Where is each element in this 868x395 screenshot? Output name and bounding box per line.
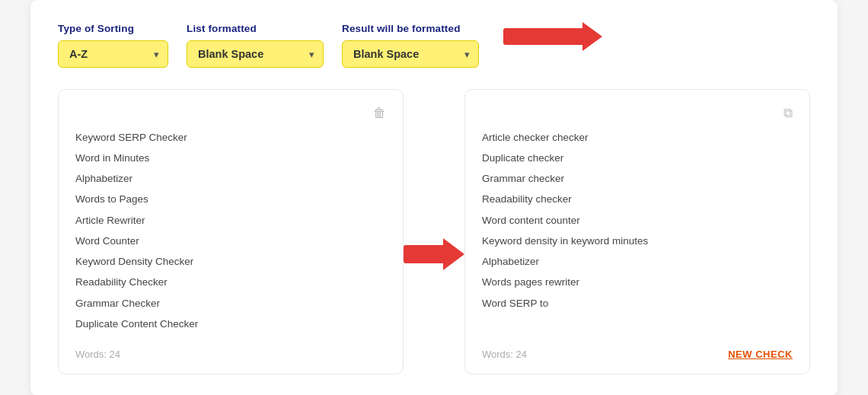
- main-container: Type of Sorting A-ZZ-ARandom ▾ List form…: [30, 0, 838, 395]
- list-item: Keyword SERP Checker: [75, 127, 386, 148]
- list-item: Duplicate checker: [482, 148, 793, 168]
- left-panel-header: 🗑: [75, 107, 386, 119]
- left-panel-items: Keyword SERP CheckerWord in MinutesAlpha…: [75, 127, 386, 335]
- left-panel: 🗑 Keyword SERP CheckerWord in MinutesAlp…: [58, 89, 404, 374]
- list-item: Article checker checker: [482, 127, 793, 148]
- top-controls: Type of Sorting A-ZZ-ARandom ▾ List form…: [58, 23, 810, 68]
- right-words-count: Words: 24: [482, 349, 527, 360]
- list-item: Word in Minutes: [75, 148, 386, 168]
- sorting-select[interactable]: A-ZZ-ARandom: [58, 40, 168, 68]
- list-item: Keyword density in keyword minutes: [482, 231, 793, 251]
- list-item: Word content counter: [482, 210, 793, 231]
- sorting-select-wrapper: A-ZZ-ARandom ▾: [58, 40, 168, 68]
- result-formatted-group: Result will be formatted Blank SpaceNew …: [342, 23, 479, 68]
- left-words-count: Words: 24: [75, 349, 120, 360]
- list-formatted-group: List formatted Blank SpaceNew LineComma …: [187, 23, 324, 68]
- list-item: Article Rewriter: [75, 210, 386, 231]
- result-formatted-select-wrapper: Blank SpaceNew LineComma ▾: [342, 40, 479, 68]
- list-item: Alphabetizer: [75, 169, 386, 190]
- list-formatted-select-wrapper: Blank SpaceNew LineComma ▾: [187, 40, 324, 68]
- list-item: Grammar checker: [482, 169, 793, 190]
- list-item: Words to Pages: [75, 190, 386, 210]
- list-formatted-select[interactable]: Blank SpaceNew LineComma: [187, 40, 324, 68]
- header-red-arrow-icon: [503, 23, 602, 50]
- list-item: Readability checker: [482, 190, 793, 210]
- list-item: Alphabetizer: [482, 252, 793, 272]
- middle-red-arrow-icon: [404, 239, 464, 269]
- right-panel: ⧉ Article checker checkerDuplicate check…: [464, 89, 810, 374]
- result-formatted-label: Result will be formatted: [342, 23, 479, 34]
- right-panel-items: Article checker checkerDuplicate checker…: [482, 127, 793, 335]
- new-check-button[interactable]: NEW CHECK: [728, 349, 793, 360]
- sorting-group: Type of Sorting A-ZZ-ARandom ▾: [58, 23, 168, 68]
- list-item: Duplicate Content Checker: [75, 314, 386, 334]
- sorting-label: Type of Sorting: [58, 23, 168, 34]
- header-arrow-container: [503, 23, 602, 55]
- list-item: Words pages rewriter: [482, 272, 793, 293]
- list-item: Grammar Checker: [75, 293, 386, 314]
- copy-icon[interactable]: ⧉: [783, 107, 793, 119]
- list-item: Keyword Density Checker: [75, 252, 386, 272]
- list-formatted-label: List formatted: [187, 23, 324, 34]
- middle-arrow-container: [404, 89, 464, 374]
- result-formatted-select[interactable]: Blank SpaceNew LineComma: [342, 40, 479, 68]
- right-panel-footer: Words: 24 NEW CHECK: [482, 349, 793, 360]
- list-item: Word Counter: [75, 231, 386, 251]
- list-item: Word SERP to: [482, 293, 793, 314]
- right-panel-header: ⧉: [482, 107, 793, 119]
- panels-row: 🗑 Keyword SERP CheckerWord in MinutesAlp…: [58, 89, 810, 374]
- delete-icon[interactable]: 🗑: [373, 107, 386, 119]
- list-item: Readability Checker: [75, 272, 386, 293]
- left-panel-footer: Words: 24: [75, 349, 386, 360]
